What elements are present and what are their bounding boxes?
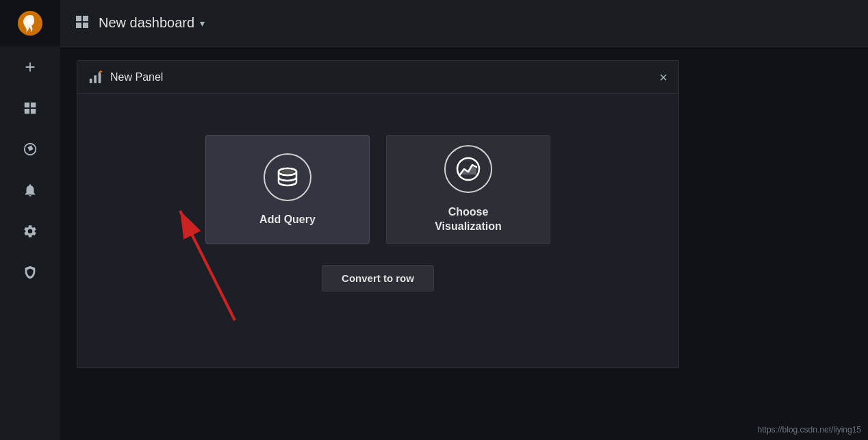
sidebar-item-shield[interactable] — [0, 252, 60, 293]
dashboard-dropdown-arrow[interactable]: ▾ — [200, 18, 205, 29]
shield-icon — [23, 265, 38, 280]
database-icon — [275, 164, 301, 190]
plus-icon — [23, 60, 38, 75]
bell-icon — [23, 183, 38, 198]
gear-icon — [23, 224, 38, 239]
svg-point-8 — [281, 170, 294, 174]
choose-visualization-button[interactable]: ChooseVisualization — [386, 135, 550, 244]
sidebar-item-configuration[interactable] — [0, 211, 60, 252]
sidebar — [0, 0, 60, 440]
panel-body: Add Query ChooseVisualization — [77, 94, 678, 367]
grafana-logo-icon — [16, 10, 44, 37]
panel-header-left: + New Panel — [88, 70, 163, 85]
panel-header: + New Panel × — [77, 61, 678, 94]
convert-to-row-button[interactable]: Convert to row — [322, 265, 434, 292]
choose-visualization-label: ChooseVisualization — [435, 205, 502, 234]
main-content: New dashboard ▾ + New Panel × — [60, 0, 868, 440]
choose-viz-icon-circle — [444, 145, 492, 193]
grid-icon — [23, 101, 38, 116]
new-panel-box: + New Panel × — [77, 60, 679, 368]
add-query-icon-circle — [264, 153, 311, 201]
sidebar-logo[interactable] — [0, 0, 60, 47]
chart-icon — [455, 156, 481, 182]
sidebar-item-alerting[interactable] — [0, 170, 60, 211]
svg-point-1 — [27, 18, 33, 24]
sidebar-item-explore[interactable] — [0, 129, 60, 170]
sidebar-item-add[interactable] — [0, 47, 60, 88]
add-query-label: Add Query — [259, 213, 316, 226]
chart-plus-icon: + — [88, 70, 103, 85]
dashboard-grid-icon — [74, 14, 90, 33]
compass-icon — [23, 142, 38, 157]
svg-marker-10 — [460, 165, 476, 174]
sidebar-item-dashboards[interactable] — [0, 88, 60, 129]
add-query-button[interactable]: Add Query — [205, 135, 370, 244]
panel-close-button[interactable]: × — [659, 70, 667, 84]
dashboard-title-group: New dashboard ▾ — [99, 15, 205, 31]
svg-rect-3 — [94, 75, 97, 83]
panel-container: + New Panel × — [60, 47, 868, 440]
dashboard-title-text: New dashboard — [99, 15, 194, 31]
panel-options-row: Add Query ChooseVisualization — [205, 135, 550, 244]
top-header: New dashboard ▾ — [60, 0, 868, 47]
panel-title: New Panel — [110, 71, 163, 83]
svg-rect-2 — [90, 78, 92, 82]
svg-text:+: + — [99, 70, 103, 75]
